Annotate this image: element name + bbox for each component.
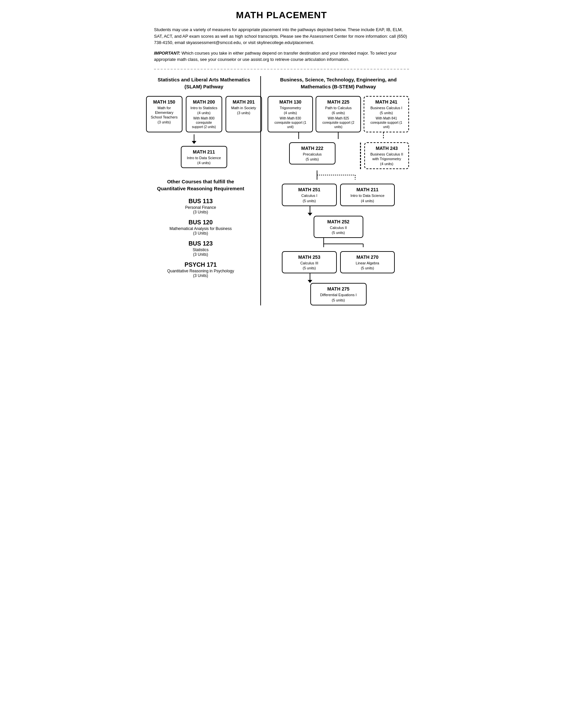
bstem-math130-name: Trigonometry (272, 106, 308, 110)
other-courses-title-line1: Other Courses that fulfill the (167, 179, 234, 184)
bstem-math270: MATH 270 Linear Algebra (5 units) (340, 251, 395, 273)
bstem-math241-coreq: With Math 841 corequisite support (1 uni… (368, 116, 404, 129)
bus123-units: (3 Units) (157, 252, 244, 257)
other-courses-title: Other Courses that fulfill the Quantitat… (157, 178, 244, 192)
bstem-math241-code: MATH 241 (368, 99, 404, 105)
bstem-math253-name: Calculus III (287, 261, 332, 265)
bstem-title: Business, Science, Technology, Engineeri… (267, 76, 409, 90)
slam-arrow1 (192, 134, 196, 144)
psych171-item: PSYCH 171 Quantitative Reasoning in Psyc… (157, 261, 244, 278)
bstem-math243-code: MATH 243 (369, 146, 404, 151)
bstem-math241-units: (5 units) (368, 111, 404, 115)
bstem-math251-units: (5 units) (287, 199, 332, 203)
page-title: MATH PLACEMENT (154, 10, 409, 21)
bstem-math275-code: MATH 275 (315, 286, 362, 292)
important-paragraph: IMPORTANT: Which courses you take in eit… (154, 50, 409, 63)
bstem-arrow-row1 (267, 132, 409, 142)
slam-math150: MATH 150 Math for Elementary School Teac… (146, 96, 182, 132)
bstem-vertical-dashed (360, 143, 361, 169)
slam-math200-units: (4 units) (190, 111, 217, 115)
bstem-math252-col: MATH 252 Calculus II (5 units) (310, 216, 367, 238)
bstem-math222-code: MATH 222 (294, 146, 331, 151)
bstem-math270-units: (5 units) (345, 266, 391, 270)
bstem-math270-name: Linear Algebra (345, 261, 391, 265)
slam-pathway: Statistics and Liberal Arts Mathematics … (154, 76, 261, 305)
bstem-arrow-svg2 (267, 170, 409, 184)
bstem-math222-col: MATH 222 Precalculus (5 units) (267, 142, 357, 164)
bstem-pathway: Business, Science, Technology, Engineeri… (261, 76, 409, 305)
bstem-math241-name: Business Calculus I (368, 106, 404, 110)
slam-math211-code: MATH 211 (185, 149, 222, 155)
bstem-math243-col: MATH 243 Business Calculus II with Trigo… (364, 142, 409, 169)
important-text: Which courses you take in either pathway… (154, 51, 397, 62)
bstem-math130-units: (4 units) (272, 111, 308, 115)
bstem-math225-coreq: With Math 825 corequisite support (2 uni… (320, 116, 356, 129)
bstem-251-211-row: MATH 251 Calculus I (5 units) MATH 211 I… (282, 184, 395, 206)
slam-math211-units: (4 units) (185, 161, 222, 165)
bstem-math251: MATH 251 Calculus I (5 units) (282, 184, 337, 206)
bstem-math275: MATH 275 Differential Equations I (5 uni… (310, 283, 367, 305)
bstem-arrow-area3 (282, 238, 395, 251)
other-courses-section: Other Courses that fulfill the Quantitat… (157, 178, 251, 283)
bus113-name: Personal Finance (157, 205, 244, 210)
bstem-math275-col: MATH 275 Differential Equations I (5 uni… (310, 283, 367, 305)
slam-math200-code: MATH 200 (190, 99, 217, 105)
bstem-math275-name: Differential Equations I (315, 293, 362, 297)
bstem-math211-units: (4 units) (345, 199, 391, 203)
slam-math200-name: Intro to Statistics (190, 106, 217, 110)
bstem-253-270-row: MATH 253 Calculus III (5 units) MATH 270… (282, 251, 395, 273)
slam-math211-name: Intro to Data Science (185, 156, 222, 160)
bus123-item: BUS 123 Statistics (3 Units) (157, 240, 244, 257)
pathways-container: Statistics and Liberal Arts Mathematics … (154, 76, 409, 305)
slam-math201-units: (3 units) (230, 111, 257, 115)
bstem-math251-code: MATH 251 (287, 187, 332, 192)
bstem-math225-code: MATH 225 (320, 99, 356, 105)
slam-math150-name: Math for Elementary School Teachers (151, 106, 178, 120)
bstem-math243-name: Business Calculus II with Trigonometry (369, 152, 404, 161)
bstem-math225-name: Path to Calculus (320, 106, 356, 110)
important-label: IMPORTANT: (154, 51, 180, 56)
bstem-row2: MATH 222 Precalculus (5 units) MATH 243 … (267, 142, 409, 169)
bstem-math270-code: MATH 270 (345, 254, 391, 260)
bus113-item: BUS 113 Personal Finance (3 Units) (157, 198, 244, 214)
bus123-name: Statistics (157, 248, 244, 252)
bstem-arrow3-head (308, 213, 312, 216)
bstem-math243: MATH 243 Business Calculus II with Trigo… (364, 142, 409, 169)
other-courses-title-line2: Quantitative Reasoning Requirement (157, 186, 244, 191)
slam-math150-code: MATH 150 (151, 99, 178, 105)
bus120-name: Mathematical Analysis for Business (157, 226, 244, 231)
bstem-math225: MATH 225 Path to Calculus (6 units) With… (316, 96, 361, 132)
bstem-math252-name: Calculus II (318, 225, 359, 230)
slam-arrow1-head (192, 141, 196, 144)
slam-math200: MATH 200 Intro to Statistics (4 units) W… (186, 96, 222, 132)
bstem-math252: MATH 252 Calculus II (5 units) (314, 216, 363, 238)
psych171-units: (3 Units) (157, 273, 244, 278)
bus120-units: (3 Units) (157, 231, 244, 236)
bstem-math130-code: MATH 130 (272, 99, 308, 105)
bstem-math243-units: (4 units) (369, 162, 404, 166)
slam-math211: MATH 211 Intro to Data Science (4 units) (181, 146, 227, 168)
bstem-math130: MATH 130 Trigonometry (4 units) With Mat… (267, 96, 313, 132)
bstem-math252-units: (5 units) (318, 231, 359, 235)
slam-math201-code: MATH 201 (230, 99, 257, 105)
bus113-units: (3 Units) (157, 210, 244, 214)
bstem-math222-name: Precalculus (294, 152, 331, 157)
bstem-arrow4 (282, 273, 395, 283)
bstem-math222-units: (5 units) (294, 157, 331, 161)
bstem-math252-wrapper: MATH 252 Calculus II (5 units) (282, 216, 395, 238)
slam-title: Statistics and Liberal Arts Mathematics … (154, 76, 254, 90)
bstem-math251-name: Calculus I (287, 193, 332, 198)
bstem-arrow-svg3 (282, 238, 395, 251)
slam-math201-name: Math in Society (230, 106, 257, 110)
slam-math150-units: (3 units) (151, 120, 178, 124)
psych171-name: Quantitative Reasoning in Psychology (157, 269, 244, 273)
bus120-item: BUS 120 Mathematical Analysis for Busine… (157, 219, 244, 236)
bstem-math225-units: (6 units) (320, 111, 356, 115)
intro-paragraph: Students may use a variety of measures f… (154, 26, 409, 46)
bstem-arrow3-line (310, 206, 310, 213)
section-divider (154, 69, 409, 69)
bstem-math211-name: Intro to Data Science (345, 193, 391, 198)
bstem-arrow-svg1 (267, 132, 409, 142)
slam-arrow1-line (194, 134, 194, 141)
bus113-code: BUS 113 (157, 198, 244, 205)
